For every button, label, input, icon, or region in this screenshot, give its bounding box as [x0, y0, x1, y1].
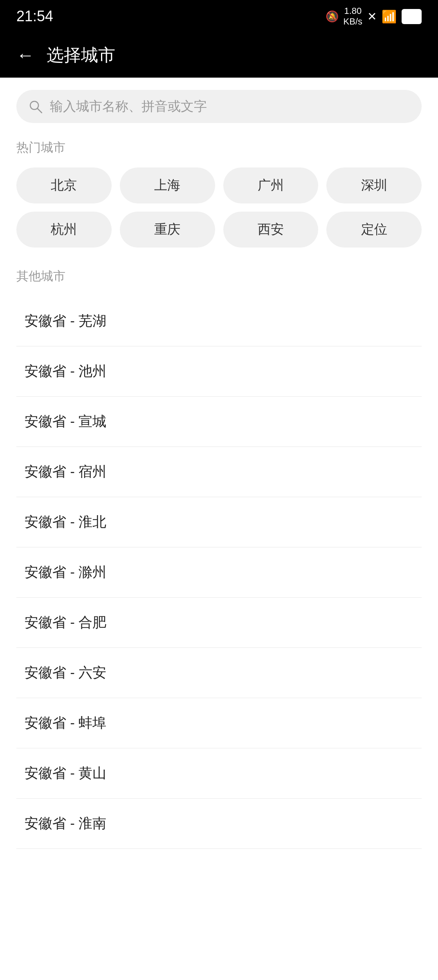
- battery-level: 96: [402, 9, 422, 24]
- city-btn-guangzhou[interactable]: 广州: [223, 167, 319, 203]
- city-list: 安徽省 - 芜湖 安徽省 - 池州 安徽省 - 宣城 安徽省 - 宿州 安徽省 …: [16, 296, 422, 849]
- list-item[interactable]: 安徽省 - 黄山: [16, 748, 422, 799]
- city-btn-hangzhou[interactable]: 杭州: [16, 212, 112, 248]
- hot-cities-section: 热门城市 北京 上海 广州 深圳 杭州 重庆 西安 定位: [16, 139, 422, 248]
- main-content: 热门城市 北京 上海 广州 深圳 杭州 重庆 西安 定位 其他城市 安徽省 - …: [0, 78, 438, 849]
- city-btn-xian[interactable]: 西安: [223, 212, 319, 248]
- other-cities-section: 其他城市 安徽省 - 芜湖 安徽省 - 池州 安徽省 - 宣城 安徽省 - 宿州…: [16, 268, 422, 849]
- search-input[interactable]: [50, 99, 409, 114]
- list-item[interactable]: 安徽省 - 滁州: [16, 547, 422, 598]
- svg-line-1: [38, 109, 42, 113]
- list-item[interactable]: 安徽省 - 淮南: [16, 799, 422, 849]
- hot-cities-row2: 杭州 重庆 西安 定位: [16, 212, 422, 248]
- city-btn-location[interactable]: 定位: [326, 212, 422, 248]
- list-item[interactable]: 安徽省 - 宿州: [16, 447, 422, 497]
- wifi-icon: 📶: [382, 9, 397, 24]
- back-icon: ←: [16, 45, 34, 65]
- city-btn-chongqing[interactable]: 重庆: [120, 212, 215, 248]
- status-bar: 21:54 🔕 1.80 KB/s ✕ 📶 96: [0, 0, 438, 33]
- hot-cities-row1: 北京 上海 广州 深圳: [16, 167, 422, 203]
- search-icon: [29, 100, 43, 114]
- city-btn-beijing[interactable]: 北京: [16, 167, 112, 203]
- list-item[interactable]: 安徽省 - 合肥: [16, 598, 422, 648]
- city-btn-shenzhen[interactable]: 深圳: [326, 167, 422, 203]
- city-btn-shanghai[interactable]: 上海: [120, 167, 215, 203]
- hot-cities-label: 热门城市: [16, 139, 422, 156]
- list-item[interactable]: 安徽省 - 蚌埠: [16, 698, 422, 748]
- page-title: 选择城市: [47, 44, 115, 67]
- search-bar[interactable]: [16, 90, 422, 123]
- signal-icon: ✕: [367, 10, 377, 23]
- list-item[interactable]: 安徽省 - 芜湖: [16, 296, 422, 346]
- mute-icon: 🔕: [326, 10, 339, 23]
- list-item[interactable]: 安徽省 - 六安: [16, 648, 422, 698]
- svg-point-0: [30, 101, 38, 109]
- list-item[interactable]: 安徽省 - 宣城: [16, 397, 422, 447]
- other-cities-label: 其他城市: [16, 268, 422, 285]
- list-item[interactable]: 安徽省 - 池州: [16, 346, 422, 397]
- status-time: 21:54: [16, 8, 53, 25]
- status-icons: 🔕 1.80 KB/s ✕ 📶 96: [326, 6, 422, 27]
- network-speed: 1.80 KB/s: [344, 6, 362, 27]
- header: ← 选择城市: [0, 33, 438, 78]
- search-container: [16, 90, 422, 123]
- back-button[interactable]: ←: [16, 45, 34, 65]
- list-item[interactable]: 安徽省 - 淮北: [16, 497, 422, 547]
